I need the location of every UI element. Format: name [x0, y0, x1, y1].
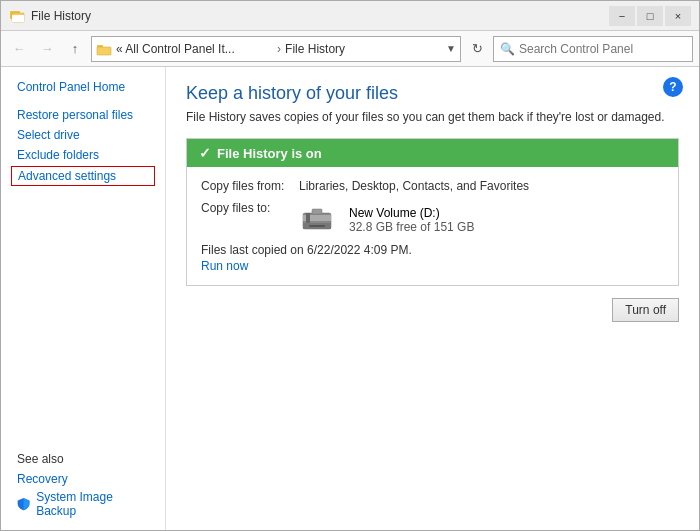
status-body: Copy files from: Libraries, Desktop, Con… — [187, 167, 678, 285]
status-box: ✓ File History is on Copy files from: Li… — [186, 138, 679, 286]
svg-rect-4 — [97, 47, 111, 55]
status-check-icon: ✓ — [199, 145, 211, 161]
window-icon — [9, 8, 25, 24]
sidebar-item-exclude-folders[interactable]: Exclude folders — [1, 145, 165, 165]
drive-name: New Volume (D:) — [349, 206, 474, 220]
minimize-button[interactable]: − — [609, 6, 635, 26]
recovery-label: Recovery — [17, 472, 68, 486]
close-button[interactable]: × — [665, 6, 691, 26]
search-icon: 🔍 — [500, 42, 515, 56]
address-separator: › — [277, 42, 281, 56]
search-box[interactable]: 🔍 — [493, 36, 693, 62]
svg-rect-10 — [312, 209, 322, 214]
svg-rect-9 — [309, 225, 325, 227]
see-also-label: See also — [1, 444, 165, 470]
title-bar: File History − □ × — [1, 1, 699, 31]
content-area: ? Keep a history of your files File Hist… — [166, 67, 699, 530]
svg-rect-2 — [12, 15, 24, 22]
maximize-button[interactable]: □ — [637, 6, 663, 26]
address-dropdown-chevron[interactable]: ▼ — [446, 43, 456, 54]
page-title: Keep a history of your files — [186, 83, 679, 104]
refresh-button[interactable]: ↻ — [465, 37, 489, 61]
address-prefix: « All Control Panel It... — [116, 42, 273, 56]
nav-bar: ← → ↑ « All Control Panel It... › File H… — [1, 31, 699, 67]
copy-from-value: Libraries, Desktop, Contacts, and Favori… — [299, 179, 529, 193]
back-button[interactable]: ← — [7, 37, 31, 61]
copy-from-label: Copy files from: — [201, 179, 291, 193]
turn-off-row: Turn off — [186, 298, 679, 322]
status-header: ✓ File History is on — [187, 139, 678, 167]
file-history-window: File History − □ × ← → ↑ « All Control P… — [0, 0, 700, 531]
sidebar-item-recovery[interactable]: Recovery — [1, 470, 165, 488]
system-image-backup-label: System Image Backup — [36, 490, 149, 518]
copy-to-row: Copy files to: — [201, 201, 664, 235]
help-button[interactable]: ? — [663, 77, 683, 97]
address-bar[interactable]: « All Control Panel It... › File History… — [91, 36, 461, 62]
sidebar-item-control-panel-home[interactable]: Control Panel Home — [1, 77, 165, 97]
run-now-link[interactable]: Run now — [201, 259, 248, 273]
shield-icon — [17, 497, 30, 511]
search-input[interactable] — [519, 42, 686, 56]
title-bar-buttons: − □ × — [609, 6, 691, 26]
title-bar-text: File History — [31, 9, 609, 23]
main-area: Control Panel Home Restore personal file… — [1, 67, 699, 530]
drive-icon — [299, 205, 339, 235]
page-description: File History saves copies of your files … — [186, 110, 679, 124]
sidebar: Control Panel Home Restore personal file… — [1, 67, 166, 530]
sidebar-item-restore[interactable]: Restore personal files — [1, 105, 165, 125]
last-copied-text: Files last copied on 6/22/2022 4:09 PM. — [201, 243, 664, 257]
turn-off-button[interactable]: Turn off — [612, 298, 679, 322]
sidebar-item-system-image-backup[interactable]: System Image Backup — [1, 488, 165, 520]
sidebar-item-select-drive[interactable]: Select drive — [1, 125, 165, 145]
copy-from-row: Copy files from: Libraries, Desktop, Con… — [201, 179, 664, 193]
status-text: File History is on — [217, 146, 322, 161]
drive-row: New Volume (D:) 32.8 GB free of 151 GB — [299, 205, 474, 235]
address-folder-icon — [96, 41, 112, 57]
address-current: File History — [285, 42, 442, 56]
sidebar-item-advanced-settings[interactable]: Advanced settings — [11, 166, 155, 186]
forward-button[interactable]: → — [35, 37, 59, 61]
drive-info: New Volume (D:) 32.8 GB free of 151 GB — [349, 206, 474, 234]
up-button[interactable]: ↑ — [63, 37, 87, 61]
copy-to-label: Copy files to: — [201, 201, 291, 215]
drive-size: 32.8 GB free of 151 GB — [349, 220, 474, 234]
